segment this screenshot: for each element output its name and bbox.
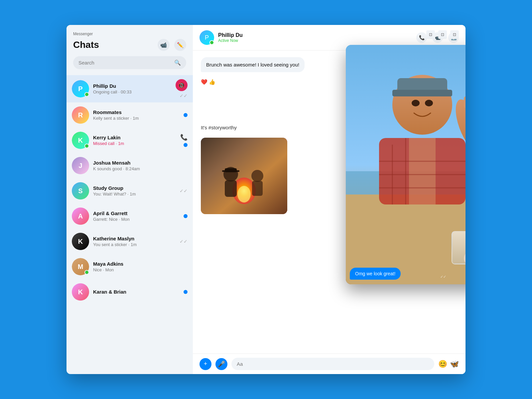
avatar-roommates: R xyxy=(72,106,89,124)
chat-meta-karan xyxy=(184,290,188,294)
contact-name: Phillip Du xyxy=(218,32,412,38)
photo-svg xyxy=(201,138,287,214)
chat-name: Roommates xyxy=(93,109,181,115)
chat-preview: Kelly sent a sticker · 1m xyxy=(93,116,181,121)
chat-item-phillip-du[interactable]: P Phillip Du Ongoing call · 00:33 📵 ✓✓ xyxy=(66,75,193,102)
video-message-text: Omg we look great! xyxy=(355,271,395,276)
chat-info-joshua: Joshua Mensah K sounds good · 8:24am xyxy=(93,160,185,171)
missed-call-preview: Missed call · 1m xyxy=(93,141,178,146)
avatar-wrap-katherine: K xyxy=(72,233,89,250)
chat-meta-katherine: ✓✓ xyxy=(180,239,188,244)
chat-item-joshua[interactable]: J Joshua Mensah K sounds good · 8:24am xyxy=(66,153,193,178)
compose-icon: ✏️ xyxy=(177,42,184,48)
chat-meta-roommates xyxy=(184,113,188,117)
svg-rect-16 xyxy=(409,138,436,204)
window-icon-1[interactable]: ⊡ xyxy=(426,30,435,39)
voice-call-button[interactable]: 📞 xyxy=(416,32,427,43)
chat-list: P Phillip Du Ongoing call · 00:33 📵 ✓✓ xyxy=(66,75,193,374)
photo-caption: It's #storyworthy xyxy=(201,125,237,130)
plus-icon: + xyxy=(204,360,207,367)
check-icon: ✓✓ xyxy=(180,93,188,98)
svg-point-2 xyxy=(237,186,251,202)
chat-preview: K sounds good · 8:24am xyxy=(93,166,185,171)
avatar-wrap-roommates: R xyxy=(72,106,89,124)
online-indicator xyxy=(84,92,89,97)
chat-name: April & Garrett xyxy=(93,210,181,216)
chat-name: Kerry Lakin xyxy=(93,135,178,140)
avatar-study: S xyxy=(72,182,89,200)
add-button[interactable]: + xyxy=(200,358,211,370)
self-video-svg xyxy=(452,232,466,264)
chat-meta-kerry: 📞 xyxy=(180,134,188,147)
photo-message xyxy=(201,138,287,214)
chat-preview: You sent a sticker · 1m xyxy=(93,242,177,247)
butterfly-button[interactable]: 🦋 xyxy=(450,360,459,368)
message-reactions: ❤️ 👍 xyxy=(201,79,215,85)
chat-meta-april xyxy=(184,214,188,218)
app-name: Messenger xyxy=(73,32,186,36)
window-icon-3[interactable]: ⊡ xyxy=(450,30,459,39)
chat-input-bar: + 🎤 😊 🦋 xyxy=(193,353,466,374)
end-call-button[interactable]: 📵 xyxy=(176,79,188,91)
compose-button[interactable]: ✏️ xyxy=(174,39,186,51)
sidebar: Messenger Chats 📹 ✏️ 🔍 xyxy=(66,25,193,374)
chat-info-april: April & Garrett Garrett: Nice · Mon xyxy=(93,210,181,222)
window-icon-2[interactable]: ⊡ xyxy=(438,30,447,39)
chat-name: Phillip Du xyxy=(93,83,173,89)
phone-icon: 📞 xyxy=(180,134,188,141)
chat-meta-study: ✓✓ xyxy=(180,188,188,194)
chat-header-avatar: P xyxy=(200,30,214,45)
chat-info-katherine: Katherine Maslyn You sent a sticker · 1m xyxy=(93,236,177,247)
chat-preview: You: Wait! What? · 1m xyxy=(93,192,177,197)
emoji-button[interactable]: 😊 xyxy=(438,360,447,368)
search-box[interactable]: 🔍 xyxy=(73,56,186,69)
header-icons: 📹 ✏️ xyxy=(158,39,186,51)
unread-indicator-karan xyxy=(184,290,188,294)
message-text: Brunch was awesome! I loved seeing you! xyxy=(206,62,299,67)
chat-item-kerry-lakin[interactable]: K Kerry Lakin Missed call · 1m 📞 xyxy=(66,128,193,153)
chat-item-karan-brian[interactable]: K Karan & Brian xyxy=(66,279,193,305)
header-avatar-letter: P xyxy=(205,34,209,41)
video-call-button[interactable]: 📹 xyxy=(158,39,170,51)
heart-reaction: ❤️ xyxy=(201,79,207,85)
mic-button[interactable]: 🎤 xyxy=(215,358,227,370)
search-icon: 🔍 xyxy=(174,60,181,66)
chat-header-info: Phillip Du Active Now xyxy=(218,32,412,43)
chat-name: Joshua Mensah xyxy=(93,160,185,166)
chat-preview: Garrett: Nice · Mon xyxy=(93,217,181,222)
avatar-april: A xyxy=(72,207,89,225)
unread-indicator xyxy=(184,113,188,117)
chat-name: Study Group xyxy=(93,185,177,191)
avatar-wrap-april: A xyxy=(72,207,89,225)
chat-meta: 📵 ✓✓ xyxy=(176,79,188,98)
avatar-karan: K xyxy=(72,283,89,301)
chat-item-maya[interactable]: M Maya Adkins Nice · Mon xyxy=(66,254,193,279)
svg-point-5 xyxy=(251,170,263,182)
input-right-icons: 😊 🦋 xyxy=(438,360,459,368)
svg-point-23 xyxy=(425,100,433,106)
check-icon: ✓✓ xyxy=(180,239,188,244)
svg-rect-8 xyxy=(222,170,239,172)
message-input[interactable] xyxy=(231,358,434,370)
photo-placeholder xyxy=(201,138,287,214)
avatar-wrap-maya: M xyxy=(72,258,89,275)
chat-info-study: Study Group You: Wait! What? · 1m xyxy=(93,185,177,197)
svg-rect-18 xyxy=(464,96,466,108)
video-self-view xyxy=(452,231,466,264)
header-online-dot xyxy=(209,40,214,45)
chat-item-roommates[interactable]: R Roommates Kelly sent a sticker · 1m xyxy=(66,102,193,128)
chat-name: Karan & Brian xyxy=(93,289,181,295)
svg-rect-29 xyxy=(452,232,466,264)
phone-end-icon: 📵 xyxy=(178,82,185,88)
chat-item-study-group[interactable]: S Study Group You: Wait! What? · 1m ✓✓ xyxy=(66,178,193,203)
svg-rect-4 xyxy=(225,180,237,197)
search-input[interactable] xyxy=(78,60,172,66)
unread-indicator-kerry xyxy=(184,143,188,147)
chat-info-roommates: Roommates Kelly sent a sticker · 1m xyxy=(93,109,181,121)
chat-preview: Nice · Mon xyxy=(93,267,185,272)
avatar-wrap-karan: K xyxy=(72,283,89,301)
avatar-katherine: K xyxy=(72,233,89,250)
chat-item-katherine[interactable]: K Katherine Maslyn You sent a sticker · … xyxy=(66,229,193,254)
chat-item-april-garrett[interactable]: A April & Garrett Garrett: Nice · Mon xyxy=(66,203,193,229)
video-camera-icon: 📹 xyxy=(160,42,167,48)
